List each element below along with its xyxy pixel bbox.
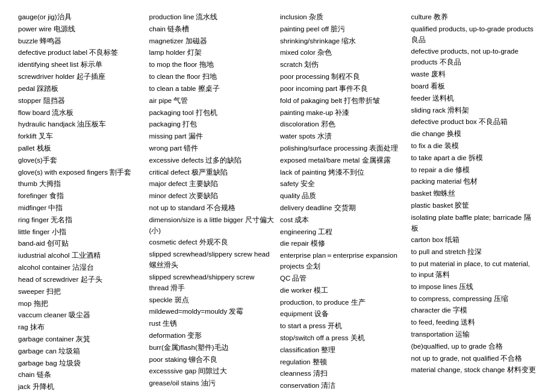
- list-item: rust 生锈: [149, 319, 275, 329]
- list-item: ring finger 无名指: [18, 215, 143, 226]
- list-item: board 看板: [411, 81, 537, 92]
- list-item: material change, stock change 材料变更: [411, 365, 537, 376]
- list-item: head of screwdriver 起子头: [18, 275, 143, 285]
- list-item: waste 废料: [411, 69, 537, 80]
- list-item: exposed metal/bare metal 金属裸露: [280, 155, 405, 166]
- list-item: mixed color 杂色: [280, 48, 405, 58]
- list-item: painting peel off 脏污: [280, 24, 405, 35]
- list-item: jack 升降机: [18, 382, 143, 392]
- list-item: burr(金属)flash(塑件)毛边: [149, 343, 275, 353]
- list-item: iudustrial alcohol 工业酒精: [18, 250, 143, 261]
- list-item: basket 蜘蛛丝: [411, 188, 537, 199]
- list-item: packaging tool 打包机: [149, 108, 275, 119]
- list-item: poor incoming part 事件不良: [280, 84, 405, 95]
- list-item: stopper 阻挡器: [18, 96, 143, 107]
- list-item: character die 字模: [411, 305, 537, 316]
- list-item: missing part 漏件: [149, 131, 275, 142]
- list-item: slipped screwhead/shippery screw thread …: [149, 272, 275, 294]
- list-item: conservation 清洁: [280, 381, 405, 391]
- list-item: discoloration 邪色: [280, 119, 405, 130]
- list-item: minor defect 次要缺陷: [149, 191, 275, 202]
- list-item: mop 拖把: [18, 299, 143, 310]
- list-item: power wire 电源线: [18, 24, 143, 35]
- list-item: to start a press 开机: [280, 321, 405, 332]
- list-item: forefinger 食指: [18, 191, 143, 202]
- list-item: flow board 流水板: [18, 108, 143, 119]
- list-item: magnetizer 加磁器: [149, 36, 275, 47]
- list-item: classification 整理: [280, 345, 405, 356]
- list-item: gauge(or jig)治具: [18, 12, 143, 23]
- list-item: screwdriver holder 起子插座: [18, 72, 143, 82]
- list-item: grease/oil stains 油污: [149, 378, 275, 389]
- list-item: die worker 模工: [280, 285, 405, 296]
- list-item: die change 换模: [411, 129, 537, 140]
- list-item: carton box 纸箱: [411, 235, 537, 246]
- list-item: rag 抹布: [18, 322, 143, 333]
- list-item: excesssive gap 间隙过大: [149, 366, 275, 377]
- list-item: cost 成本: [280, 215, 405, 226]
- list-item: sliding rack 滑料架: [411, 105, 537, 116]
- list-item: identifying sheet list 标示单: [18, 60, 143, 70]
- list-item: garbage container 灰箕: [18, 334, 143, 345]
- list-item: water spots 水渍: [280, 131, 405, 142]
- list-item: vaccum cleaner 吸尘器: [18, 310, 143, 321]
- list-item: regulation 整顿: [280, 357, 405, 368]
- list-item: lamp holder 灯架: [149, 48, 275, 58]
- list-item: fold of pakaging belt 打包带折皱: [280, 96, 405, 107]
- column-1: gauge(or jig)治具power wire 电源线buzzle 蜂鸣器d…: [18, 12, 143, 392]
- list-item: defective product label 不良标签: [18, 48, 143, 58]
- list-item: slipped screwhead/slippery screw head 螺丝…: [149, 249, 275, 271]
- list-item: production, to produce 生产: [280, 297, 405, 308]
- list-item: dimension/size is a little bigger 尺寸偏大(小…: [149, 215, 275, 237]
- list-item: thumb 大拇指: [18, 179, 143, 190]
- column-4: culture 教养qualified products, up-to-grad…: [411, 12, 537, 392]
- list-item: hydraulic handjack 油压板车: [18, 119, 143, 130]
- list-item: to repair a die 修模: [411, 165, 537, 176]
- list-item: alcohol container 沾湿台: [18, 263, 143, 273]
- list-item: buzzle 蜂鸣器: [18, 36, 143, 47]
- list-item: equipment 设备: [280, 309, 405, 320]
- list-item: little finger 小指: [18, 227, 143, 238]
- list-item: safety 安全: [280, 179, 405, 190]
- list-item: to take apart a die 拆模: [411, 153, 537, 164]
- list-item: to feed, feeding 送料: [411, 317, 537, 328]
- list-item: delivery deadline 交货期: [280, 203, 405, 214]
- list-item: not up to standard 不合规格: [149, 203, 275, 214]
- list-item: engineering 工程: [280, 227, 405, 238]
- list-item: pallet 栈板: [18, 143, 143, 154]
- list-item: wrong part 错件: [149, 143, 275, 154]
- list-item: major defect 主要缺陷: [149, 179, 275, 190]
- list-item: shrinking/shrinkage 缩水: [280, 36, 405, 47]
- list-item: packaging 打包: [149, 119, 275, 130]
- list-item: poor staking 铆合不良: [149, 355, 275, 366]
- list-item: lack of painting 烤漆不到位: [280, 167, 405, 178]
- list-item: inclusion 杂质: [280, 12, 405, 23]
- list-item: to fix a die 装模: [411, 141, 537, 152]
- list-item: stop/switch off a press 关机: [280, 333, 405, 344]
- list-item: cosmetic defect 外观不良: [149, 237, 275, 248]
- list-item: packing material 包材: [411, 176, 537, 187]
- list-item: excessive defects 过多的缺陷: [149, 155, 275, 166]
- list-item: feeder 送料机: [411, 93, 537, 104]
- list-item: to impose lines 压线: [411, 282, 537, 293]
- list-item: to compress, compressing 压缩: [411, 294, 537, 305]
- list-item: cleanness 清扫: [280, 369, 405, 379]
- list-item: enterprise plan＝enterprise expansion pro…: [280, 250, 405, 272]
- list-item: garbage can 垃圾箱: [18, 346, 143, 357]
- list-item: to put material in place, to cut materia…: [411, 259, 537, 281]
- list-item: critical defect 极严重缺陷: [149, 167, 275, 178]
- list-item: quality 品质: [280, 191, 405, 202]
- list-item: not up to grade, not qualified 不合格: [411, 353, 537, 364]
- list-item: to mop the floor 拖地: [149, 60, 275, 70]
- list-item: plastic basket 胶筐: [411, 201, 537, 211]
- list-item: scratch 划伤: [280, 60, 405, 70]
- list-item: forklift 叉车: [18, 131, 143, 142]
- list-item: qualified products, up-to-grade products…: [411, 24, 537, 46]
- list-item: QC 品管: [280, 273, 405, 284]
- column-3: inclusion 杂质painting peel off 脏污shrinkin…: [280, 12, 405, 392]
- list-item: glove(s)手套: [18, 155, 143, 166]
- list-item: chain 链条: [18, 370, 143, 381]
- list-item: poor processing 制程不良: [280, 72, 405, 82]
- list-item: defective products, not up-to-grade prod…: [411, 46, 537, 68]
- list-item: isolating plate baffle plate; barricade …: [411, 213, 537, 234]
